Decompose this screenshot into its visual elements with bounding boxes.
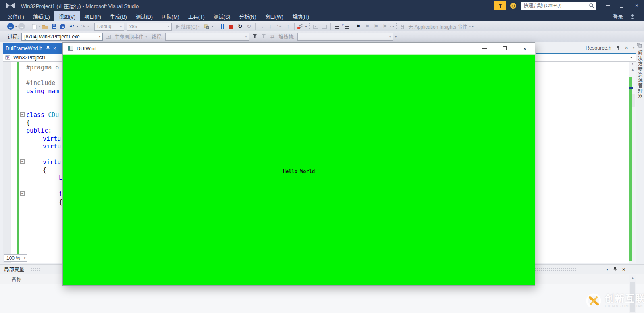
toolbar-grip[interactable] (2, 23, 4, 30)
lifecycle-caret[interactable]: ▾ (145, 35, 147, 38)
scroll-up-icon[interactable]: ▲ (629, 275, 636, 280)
menu-window[interactable]: 窗口(W) (261, 11, 288, 22)
editor-scrollbar[interactable]: ↕ ▲ (629, 62, 636, 263)
notifications-button[interactable] (494, 1, 506, 10)
window-restore-button[interactable] (615, 0, 629, 11)
step-into-button[interactable]: ↓ (266, 22, 274, 31)
next-bookmark-button[interactable]: ⚑ (372, 22, 380, 31)
navigate-back-button[interactable]: ← (6, 22, 15, 31)
undo-button[interactable]: ↶ (68, 22, 76, 31)
scroll-up-icon[interactable]: ▲ (629, 67, 636, 71)
window-close-button[interactable]: × (629, 0, 644, 11)
feedback-smiley-icon[interactable] (510, 2, 517, 9)
new-item-dropdown-caret[interactable]: ▾ (39, 25, 41, 28)
duiwnd-close-button[interactable]: × (515, 43, 535, 54)
locals-panel-body[interactable] (0, 284, 644, 313)
stack-frame-select[interactable]: ▾ (297, 33, 393, 41)
filter-edit-button[interactable] (260, 32, 268, 41)
toolbar-grip[interactable] (2, 33, 4, 40)
run-to-cursor-button[interactable]: → (258, 22, 266, 31)
menu-edit[interactable]: 编辑(E) (29, 11, 54, 22)
duiwnd-titlebar[interactable]: DUIWnd × (63, 43, 535, 54)
bookmark-overflow-caret[interactable]: ▾ (393, 25, 394, 28)
save-button[interactable] (50, 22, 58, 31)
fold-marker-icon[interactable]: − (20, 191, 25, 196)
duiwnd-maximize-button[interactable] (494, 43, 515, 54)
redo-dropdown-caret[interactable]: ▾ (88, 25, 89, 28)
signin-link[interactable]: 登录 (613, 13, 623, 20)
flatten-frames-button[interactable]: ⇄ (268, 32, 276, 41)
process-select[interactable]: [8704] Win32Project1.exe▾ (21, 33, 103, 41)
platform-select[interactable]: x86▾ (127, 23, 172, 31)
window-minimize-button[interactable] (600, 0, 615, 11)
tab-group-dropdown-caret[interactable]: ▾ (633, 46, 634, 50)
menu-debug[interactable]: 调试(D) (131, 11, 157, 22)
pin-icon[interactable] (616, 46, 620, 50)
debug-location-overflow-caret[interactable]: ▾ (395, 35, 397, 38)
app-insights-caret[interactable]: ▾ (469, 25, 471, 28)
redo-button[interactable]: ↷ (79, 22, 87, 31)
tab-close-icon[interactable]: × (53, 46, 56, 51)
lifecycle-events-button[interactable]: 生命周期事件 (114, 33, 143, 40)
splitter-handle-icon[interactable]: ↕ (629, 62, 636, 67)
pin-icon[interactable] (46, 46, 50, 50)
toggle-breakpoint-button[interactable] (297, 22, 305, 31)
undo-dropdown-caret[interactable]: ▾ (77, 25, 78, 28)
name-column-header[interactable]: 名称 (11, 275, 21, 283)
navbar-dropdown-caret[interactable]: ▾ (630, 56, 632, 59)
step-out-button[interactable]: ↑ (284, 22, 292, 31)
filter-threads-button[interactable] (251, 32, 259, 41)
tab-resource-h[interactable]: Resource.h × ▾ (536, 43, 637, 53)
break-all-button[interactable] (218, 22, 226, 31)
app-insights-overflow-caret[interactable]: ▾ (472, 25, 474, 28)
menu-tools[interactable]: 工具(T) (184, 11, 209, 22)
menu-project[interactable]: 项目(P) (80, 11, 106, 22)
menu-test[interactable]: 测试(S) (209, 11, 235, 22)
solution-config-select[interactable]: Debug▾ (94, 23, 124, 31)
back-dropdown-caret[interactable]: ▾ (15, 25, 17, 28)
flag-threads-button[interactable] (320, 22, 328, 31)
locals-close-icon[interactable]: × (622, 266, 625, 273)
quick-launch-input[interactable] (521, 3, 589, 8)
outline-expand-button[interactable]: 2 (342, 22, 350, 31)
toolbar-overflow-caret[interactable]: ▾ (212, 25, 213, 28)
tab-close-icon[interactable]: × (625, 45, 628, 51)
user-profile-icon[interactable] (629, 13, 636, 20)
menu-view[interactable]: 视图(V) (54, 11, 80, 22)
menu-team[interactable]: 团队(M) (157, 11, 184, 22)
clear-bookmarks-button[interactable]: ⚑ (381, 22, 389, 31)
menu-build[interactable]: 生成(B) (106, 11, 131, 22)
find-button[interactable] (202, 22, 210, 31)
prev-bookmark-button[interactable]: ⚑ (363, 22, 371, 31)
breakpoint-dropdown-caret[interactable]: ▾ (305, 25, 307, 28)
fold-marker-icon[interactable]: − (20, 112, 25, 117)
historical-frame-button[interactable]: ◂ (104, 32, 112, 41)
editor-zoom-select[interactable]: 100 %▾ (4, 254, 27, 262)
tab-duiframewnd[interactable]: DuiFrameWnd.h × (3, 43, 63, 54)
restart-button[interactable]: ↻ (236, 22, 244, 31)
duiwnd-minimize-button[interactable] (474, 43, 494, 54)
thread-select[interactable]: ▾ (165, 33, 249, 41)
fold-marker-icon[interactable]: − (20, 159, 25, 164)
menu-analyze[interactable]: 分析(N) (235, 11, 260, 22)
pin-icon[interactable] (613, 267, 617, 272)
breadcrumb-project[interactable]: Win32Project1 (13, 55, 46, 61)
stop-debugging-button[interactable] (227, 22, 235, 31)
outline-collapse-button[interactable] (333, 22, 341, 31)
continue-dropdown-caret[interactable]: ▾ (198, 25, 200, 28)
save-all-button[interactable] (59, 22, 67, 31)
bookmark-dropdown-caret[interactable]: ▾ (390, 25, 391, 28)
toggle-bookmark-button[interactable]: ⚑ (354, 22, 362, 31)
navigate-forward-button[interactable]: → (18, 22, 26, 31)
app-insights-label[interactable]: 无 Application Insights 事件 (408, 23, 467, 30)
show-threads-button[interactable]: ▸ (312, 22, 320, 31)
new-item-button[interactable] (30, 22, 38, 31)
step-over-button[interactable]: ↷ (275, 22, 283, 31)
duiwnd-client-area[interactable]: Hello World (63, 54, 535, 285)
open-file-button[interactable] (41, 22, 49, 31)
locals-dropdown-caret[interactable]: ▾ (606, 267, 608, 271)
menu-help[interactable]: 帮助(H) (288, 11, 314, 22)
continue-button[interactable]: 继续(C) (176, 22, 197, 31)
show-next-statement-button[interactable]: ↻ (245, 22, 253, 31)
menu-file[interactable]: 文件(F) (3, 11, 29, 22)
